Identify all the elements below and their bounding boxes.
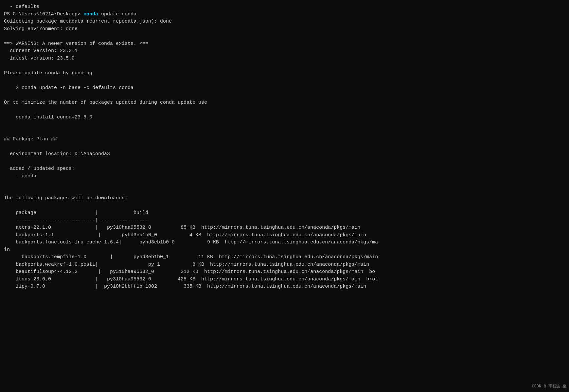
terminal-line-6: ==> WARNING: A newer version of conda ex…	[4, 40, 565, 48]
terminal-line-24: - conda	[4, 173, 565, 180]
terminal-line-35: backports.weakref-1.0.post1| py_1 8 KB h…	[4, 261, 565, 269]
terminal-line-8: latest version: 23.5.0	[4, 55, 565, 62]
blank-1	[4, 33, 565, 40]
terminal-line-23: added / updated specs:	[4, 165, 565, 173]
blank-3	[4, 77, 565, 84]
blank-6	[4, 121, 565, 129]
terminal-line-33: backports.functools_lru_cache-1.6.4| pyh…	[4, 239, 565, 246]
blank-5	[4, 106, 565, 114]
terminal-line-7: current version: 23.3.1	[4, 47, 565, 55]
prompt-prefix: PS C:\Users\10214\Desktop>	[4, 11, 83, 17]
terminal-line-31: attrs-22.1.0 | py310haa95532_0 85 KB htt…	[4, 224, 565, 232]
terminal-window: - defaults PS C:\Users\10214\Desktop> co…	[0, 0, 569, 392]
terminal-line-14: Or to minimize the number of packages up…	[4, 99, 565, 107]
terminal-line-10: Please update conda by running	[4, 70, 565, 77]
terminal-line-3: Collecting package metadata (current_rep…	[4, 18, 565, 26]
blank-11	[4, 187, 565, 195]
terminal-line-30: ---------------------------|------------…	[4, 217, 565, 224]
terminal-line-4: Solving environment: done	[4, 26, 565, 33]
terminal-line-33b: in	[4, 246, 565, 254]
terminal-line-16: conda install conda=23.5.0	[4, 114, 565, 121]
blank-8	[4, 143, 565, 151]
blank-4	[4, 92, 565, 99]
terminal-line-21: environment location: D:\Anaconda3	[4, 151, 565, 158]
blank-10	[4, 180, 565, 187]
blank-9	[4, 158, 565, 166]
command-rest: update conda	[98, 11, 136, 17]
terminal-line-38: lipy-0.7.0 | py310h2bbff1b_1002 335 KB h…	[4, 283, 565, 291]
blank-12	[4, 202, 565, 210]
terminal-line-27: The following packages will be downloade…	[4, 195, 565, 202]
terminal-line-19: ## Package Plan ##	[4, 136, 565, 143]
terminal-line-36: beautifulsoup4-4.12.2 | py310haa95532_0 …	[4, 268, 565, 276]
terminal-line-12: $ conda update -n base -c defaults conda	[4, 84, 565, 92]
blank-7	[4, 129, 565, 136]
terminal-line-37: ltons-23.0.0 | py310haa95532_0 425 KB ht…	[4, 276, 565, 283]
terminal-line-2: PS C:\Users\10214\Desktop> conda update …	[4, 11, 565, 18]
terminal-line-29: package | build	[4, 209, 565, 217]
terminal-line-1: - defaults	[4, 3, 565, 11]
conda-command: conda	[83, 11, 98, 17]
watermark: CSDN @ 宇智波.坐	[532, 383, 566, 389]
blank-2	[4, 62, 565, 70]
terminal-line-32: backports-1.1 | pyhd3eb1b0_0 4 KB http:/…	[4, 232, 565, 239]
terminal-line-34: backports.tempfile-1.0 | pyhd3eb1b0_1 11…	[4, 254, 565, 261]
